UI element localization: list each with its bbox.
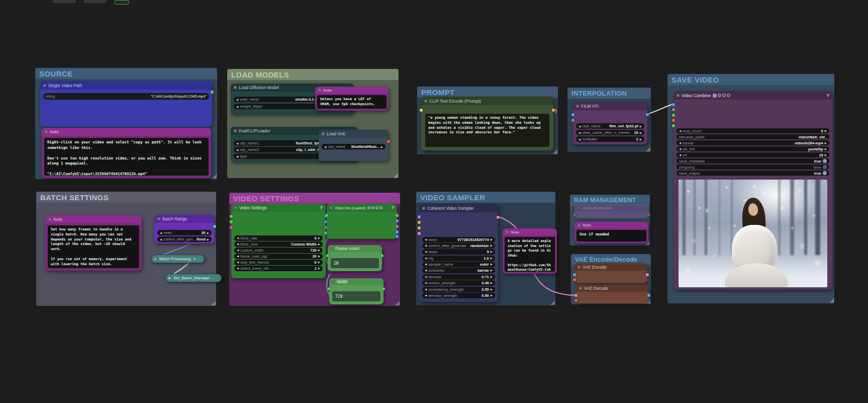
circle-button-icon[interactable] <box>722 94 726 97</box>
widget-control-after-generate[interactable]: ◀ control_after_generate randomize ▶ <box>422 243 495 249</box>
input-port-samples[interactable] <box>574 294 577 297</box>
output-port-4[interactable] <box>396 230 399 233</box>
prev-arrow-icon[interactable]: ◀ <box>160 231 162 234</box>
node-collapse-dot[interactable] <box>157 217 160 220</box>
next-arrow-icon[interactable]: ▶ <box>491 294 493 297</box>
widget-force-rate[interactable]: ◀ force_rate 0 ▶ <box>234 235 323 241</box>
widget-multiplier[interactable]: ◀ multiplier 2 ▶ <box>576 136 644 142</box>
next-arrow-icon[interactable]: ▶ <box>491 275 493 278</box>
value-display[interactable]: 720 <box>332 291 380 301</box>
next-arrow-icon[interactable]: ▶ <box>318 249 320 252</box>
widget-seed[interactable]: ◀ seed 977381514529774 ▶ <box>422 237 495 243</box>
next-arrow-icon[interactable]: ▶ <box>640 138 642 141</box>
prev-arrow-icon[interactable]: ◀ <box>425 257 427 260</box>
widget-filename-prefix[interactable]: filename_prefix video/fast/_vid_ <box>677 134 829 139</box>
next-arrow-icon[interactable]: ▶ <box>491 244 493 247</box>
prev-arrow-icon[interactable]: ◀ <box>425 281 427 284</box>
prev-arrow-icon[interactable]: ◀ <box>236 155 238 158</box>
node-set-batch-manager-collapsed[interactable]: Set_Batch_Manager <box>165 274 222 282</box>
output-port-2[interactable] <box>396 219 399 222</box>
widget-seed[interactable]: ◀ seed 20 ▶ <box>157 230 212 235</box>
next-arrow-icon[interactable]: ▶ <box>381 145 383 148</box>
prev-arrow-icon[interactable]: ◀ <box>236 98 238 101</box>
node-canvas[interactable]: SOURCE LOAD MODELS PROMPT INTERPOLATION … <box>0 0 868 403</box>
widget-string[interactable]: string "C:\AI\ComfyUI\input\12345.mp4" <box>43 93 209 100</box>
prev-arrow-icon[interactable]: ◀ <box>679 129 681 132</box>
group-prompt-title[interactable]: PROMPT <box>417 87 558 98</box>
node-collapse-dot[interactable] <box>48 218 51 221</box>
node-collapse-dot[interactable] <box>322 132 325 135</box>
prev-arrow-icon[interactable]: ◀ <box>578 138 581 141</box>
node-collapse-dot[interactable] <box>234 206 237 209</box>
widget-save-metadata[interactable]: save_metadata true <box>677 158 829 164</box>
toggle-on-icon[interactable] <box>823 171 827 175</box>
next-arrow-icon[interactable]: ▶ <box>491 250 493 253</box>
output-port-5[interactable] <box>396 235 399 238</box>
prev-arrow-icon[interactable]: ◀ <box>425 244 427 247</box>
node-video-combine[interactable]: Video Combine ? ◀ loop_count 0 ▶ filenam… <box>673 91 832 290</box>
node-collapse-dot[interactable] <box>43 84 46 87</box>
input-port-optional[interactable] <box>571 119 574 122</box>
input-port-video-info[interactable] <box>325 214 328 217</box>
node-collapse-dot[interactable] <box>677 94 680 97</box>
input-port-value[interactable] <box>328 287 331 290</box>
input-port-3[interactable] <box>230 226 233 229</box>
next-arrow-icon[interactable]: ▶ <box>825 141 827 144</box>
node-load-vae[interactable]: Load VAE ◀ vae_name Shuttle\diffusi... ▶ <box>319 130 389 161</box>
node-batch-range[interactable]: Batch Range ◀ seed 20 ▶ ◀ control_after_… <box>154 215 215 244</box>
prev-arrow-icon[interactable]: ◀ <box>237 261 239 264</box>
input-port-vae[interactable] <box>672 119 675 122</box>
input-port-latent[interactable] <box>418 232 421 235</box>
help-icon[interactable]: ? <box>392 205 395 210</box>
next-arrow-icon[interactable]: ▶ <box>640 131 642 134</box>
widget-loop-count[interactable]: ◀ loop_count 0 ▶ <box>677 128 829 133</box>
prev-arrow-icon[interactable]: ◀ <box>236 105 238 108</box>
node-collapse-dot[interactable] <box>577 224 581 227</box>
node-collapse-dot[interactable] <box>577 266 581 269</box>
output-port-value[interactable] <box>380 254 383 257</box>
node-collapse-dot[interactable] <box>576 105 579 108</box>
node-batch-processing-collapsed[interactable]: Batch Processing <box>151 255 205 263</box>
next-arrow-icon[interactable]: ▶ <box>207 238 209 241</box>
output-port-value[interactable] <box>382 287 385 290</box>
input-port-1[interactable] <box>230 215 233 218</box>
widget-control-after-generate[interactable]: ◀ control_after_generate fixed ▶ <box>157 236 212 242</box>
node-collapse-dot[interactable] <box>330 206 333 209</box>
widget-vae-name[interactable]: ◀ vae_name Shuttle\diffusi... ▶ <box>322 144 385 149</box>
prev-arrow-icon[interactable]: ◀ <box>324 145 326 148</box>
input-port-pixels[interactable] <box>573 273 576 276</box>
prompt-text[interactable]: "a young woman standing in a snowy fores… <box>425 114 549 147</box>
collapsed-output-dot[interactable] <box>193 258 196 261</box>
next-arrow-icon[interactable]: ▶ <box>318 236 320 239</box>
value-display[interactable]: 20 <box>331 258 379 268</box>
widget-select-every-nth[interactable]: ◀ select_every_nth 1 ▶ <box>234 266 323 271</box>
circle-button-icon[interactable] <box>727 94 730 97</box>
next-arrow-icon[interactable]: ▶ <box>825 153 827 156</box>
prev-arrow-icon[interactable]: ◀ <box>679 153 681 156</box>
next-arrow-icon[interactable]: ▶ <box>640 125 642 128</box>
node-collapse-dot[interactable] <box>332 281 335 283</box>
circle-button-icon[interactable] <box>375 206 378 209</box>
toggle-on-icon[interactable] <box>823 159 827 163</box>
input-port-audio[interactable] <box>672 108 675 111</box>
prev-arrow-icon[interactable]: ◀ <box>237 243 239 246</box>
input-port-2[interactable] <box>230 220 233 223</box>
input-port-negative[interactable] <box>418 226 421 229</box>
next-arrow-icon[interactable]: ▶ <box>491 257 493 260</box>
widget-denoise-strength[interactable]: ◀ denoise_strength 0.50 ▶ <box>422 293 495 298</box>
widget-clear-cache[interactable]: ◀ clear_cache_after_n_frames 10 ▶ <box>576 130 644 135</box>
group-video-settings-title[interactable]: VIDEO SETTINGS <box>229 193 400 204</box>
node-collapse-dot[interactable] <box>422 207 425 210</box>
input-port-positive[interactable] <box>418 221 421 224</box>
next-arrow-icon[interactable]: ▶ <box>825 147 827 150</box>
prev-arrow-icon[interactable]: ◀ <box>237 236 239 239</box>
widget-pingpong[interactable]: pingpong false <box>677 165 829 170</box>
prev-arrow-icon[interactable]: ◀ <box>237 249 239 252</box>
node-video-info[interactable]: Video Info (Loaded) ? <box>327 204 397 239</box>
input-port-frames[interactable] <box>571 113 574 116</box>
next-arrow-icon[interactable]: ▶ <box>318 255 320 258</box>
node-collapse-dot[interactable] <box>331 248 333 250</box>
circle-button-icon[interactable] <box>379 206 382 209</box>
input-port-extra[interactable] <box>672 124 675 127</box>
prev-arrow-icon[interactable]: ◀ <box>425 263 427 266</box>
